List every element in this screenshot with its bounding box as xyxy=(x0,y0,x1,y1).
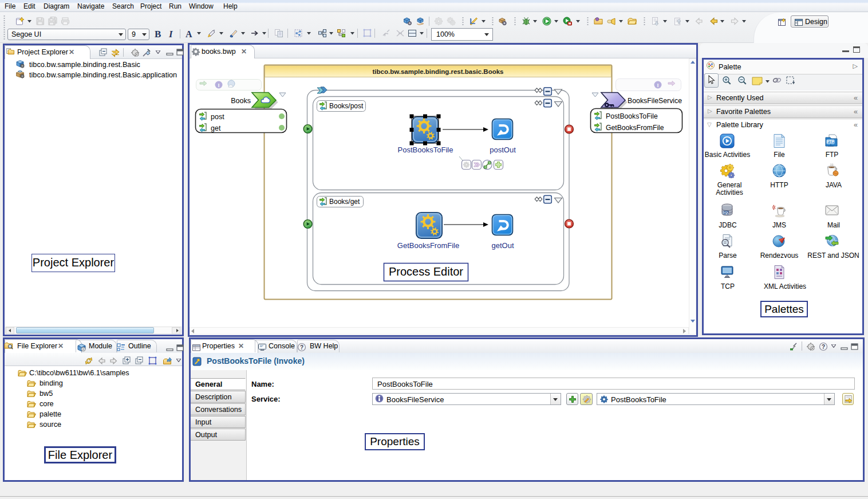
svg-text:GetBooksFromFile: GetBooksFromFile xyxy=(606,124,664,132)
svg-text:postOut: postOut xyxy=(490,146,516,154)
svg-text:Process Editor: Process Editor xyxy=(389,265,463,278)
svg-text:BooksFileService: BooksFileService xyxy=(628,97,682,105)
svg-text:PostBooksToFile: PostBooksToFile xyxy=(398,146,453,154)
svg-text:GetBooksFromFile: GetBooksFromFile xyxy=(397,241,459,250)
svg-text:Books: Books xyxy=(231,97,251,105)
svg-text:tibco.bw.sample.binding.rest.b: tibco.bw.sample.binding.rest.basic.Books xyxy=(373,68,504,75)
svg-text:PostBooksToFile: PostBooksToFile xyxy=(606,112,658,120)
svg-text:Books/get: Books/get xyxy=(329,198,360,206)
svg-text:I: I xyxy=(218,82,220,88)
svg-text:getOut: getOut xyxy=(491,241,514,250)
svg-text:I: I xyxy=(657,82,659,88)
svg-text:post: post xyxy=(211,113,224,121)
svg-text:get: get xyxy=(211,124,221,132)
svg-text:Books/post: Books/post xyxy=(329,102,364,110)
